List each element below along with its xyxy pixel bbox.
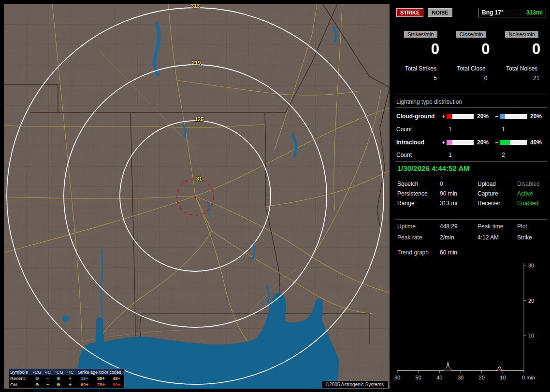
legend-row-recent: Recent ⊖ − ⊕ + 15+ 30+ 45+ (9, 375, 124, 381)
status-grid: Uptime 448:29 Peak time Plot Peak rate 2… (397, 223, 547, 245)
range-ring-label-31: 31 (196, 176, 202, 182)
total-close-value: 0 (484, 75, 488, 82)
trend-label-row: Trend graph 60 min (397, 249, 547, 259)
persistence-label: Persistence (397, 190, 440, 200)
divider (395, 95, 547, 95)
intracloud-label: Intracloud (396, 139, 441, 146)
age-code-90: 90+ (109, 382, 124, 387)
neg-cg-old-icon: ⊖ (31, 382, 43, 387)
svg-text:20: 20 (479, 375, 485, 380)
svg-text:0 min: 0 min (522, 375, 535, 380)
cg-plus-bar-fill (447, 114, 452, 119)
ic-minus-count: 2 (500, 152, 528, 158)
date-time-display: 1/30/2026 4:44:52 AM (397, 164, 470, 172)
svg-text:50: 50 (416, 375, 421, 380)
ic-plus-bar-fill (447, 140, 452, 145)
squelch-label: Squelch (397, 181, 440, 190)
pos-cg-recent-icon: ⊕ (53, 376, 64, 381)
bearing-value: Bng 17° (482, 9, 504, 16)
map-legend: Symbols -CG -IC +CG +IC Strike age color… (9, 368, 125, 388)
cg-plus-pct: 20% (475, 113, 494, 120)
ic-plus-count: 1 (447, 152, 475, 158)
noise-button[interactable]: NOISE (428, 8, 452, 17)
svg-text:30: 30 (458, 375, 463, 380)
ic-count-label: Count (396, 152, 441, 158)
map-panel: 313 219 125 31 Symbols -CG -IC +CG +IC S… (4, 4, 390, 389)
neg-ic-recent-icon: − (43, 376, 53, 381)
capture-label: Capture (478, 190, 517, 200)
ic-plus-pct: 20% (475, 139, 494, 146)
total-strikes-value: 5 (434, 75, 437, 82)
ic-minus-pct: 40% (528, 139, 547, 146)
cg-minus-bar-fill (500, 114, 505, 119)
range-ring-label-219: 219 (192, 60, 201, 66)
upload-value: Disabled (517, 181, 547, 190)
uptime-value: 448:29 (440, 223, 478, 234)
cg-minus-pct: 20% (528, 113, 547, 120)
svg-text:40: 40 (436, 375, 442, 380)
strikes-per-min-chip: Strikes/min (404, 31, 437, 38)
plot-value: Strike (517, 234, 547, 245)
side-panel: STRIKE NOISE Bng 17° 313mi Strikes/min C… (395, 4, 547, 389)
age-code-75: 75+ (93, 382, 109, 387)
total-value-row: 5 0 21 (395, 75, 547, 82)
upload-label: Upload (478, 181, 517, 190)
station-marker (194, 196, 196, 198)
trend-graph: 6050403020100 min102030 (395, 260, 546, 385)
copyright: ©2005 Astrogenic Systems (322, 381, 388, 388)
minus-sign: – (494, 113, 500, 120)
legend-recent-label: Recent (10, 376, 31, 381)
trend-graph-window: 60 min (440, 249, 478, 259)
rate-value-row: 0 0 0 (395, 42, 547, 56)
close-per-min-chip: Close/min (456, 31, 487, 38)
svg-text:30: 30 (528, 263, 534, 268)
total-close-label: Total Close (446, 65, 497, 72)
range-setting-value: 313 mi (440, 200, 478, 210)
ic-minus-bar-fill (500, 140, 510, 145)
pos-cg-old-icon: ⊕ (53, 382, 64, 387)
pos-ic-old-icon: + (64, 382, 76, 387)
neg-cg-recent-icon: ⊖ (31, 376, 43, 381)
svg-text:20: 20 (528, 298, 534, 304)
persistence-value: 90 min (440, 190, 478, 200)
squelch-value: 0 (440, 181, 478, 190)
strikes-per-min-value: 0 (431, 42, 439, 56)
cg-plus-count: 1 (447, 126, 475, 133)
plus-sign: + (441, 113, 447, 120)
legend-header: Symbols -CG -IC +CG +IC Strike age color… (9, 369, 124, 375)
app-window: 313 219 125 31 Symbols -CG -IC +CG +IC S… (0, 0, 550, 392)
cg-count-label: Count (396, 126, 441, 133)
cg-minus-count: 1 (500, 126, 528, 133)
svg-text:10: 10 (500, 375, 506, 380)
rate-chip-row: Strikes/min Close/min Noises/min (395, 31, 547, 38)
total-noises-value: 21 (533, 75, 539, 82)
range-label: Range (397, 200, 440, 210)
divider (395, 219, 547, 220)
svg-text:10: 10 (528, 333, 534, 338)
plus-sign: + (441, 139, 447, 146)
cg-plus-bar (447, 114, 474, 119)
divider (395, 177, 547, 177)
legend-col-pos-cg: +CG (53, 369, 64, 375)
total-noises-label: Total Noises (496, 65, 547, 72)
legend-col-neg-cg: -CG (31, 369, 43, 375)
cloud-ground-label: Cloud-ground (396, 113, 441, 120)
noises-per-min-value: 0 (532, 42, 540, 56)
range-value: 313mi (526, 9, 543, 16)
legend-symbols-title: Symbols (10, 369, 31, 375)
peak-rate-label: Peak rate (397, 234, 440, 245)
age-code-60: 60+ (76, 382, 93, 387)
divider (395, 161, 547, 162)
range-ring-label-125: 125 (195, 116, 203, 122)
cg-minus-bar (500, 114, 527, 119)
legend-old-label: Old (10, 382, 31, 387)
svg-text:60: 60 (395, 375, 400, 380)
age-code-15: 15+ (76, 376, 93, 381)
trend-graph-label: Trend graph (397, 249, 440, 259)
receiver-value: Enabled (517, 200, 547, 210)
legend-col-neg-ic: -IC (43, 369, 53, 375)
strike-button[interactable]: STRIKE (396, 8, 423, 17)
distribution-grid: Cloud-ground + 20% – 20% Count 1 1 Intra… (396, 110, 547, 161)
legend-col-pos-ic: +IC (64, 369, 76, 375)
legend-row-old: Old ⊖ − ⊕ + 60+ 75+ 90+ (9, 381, 124, 388)
